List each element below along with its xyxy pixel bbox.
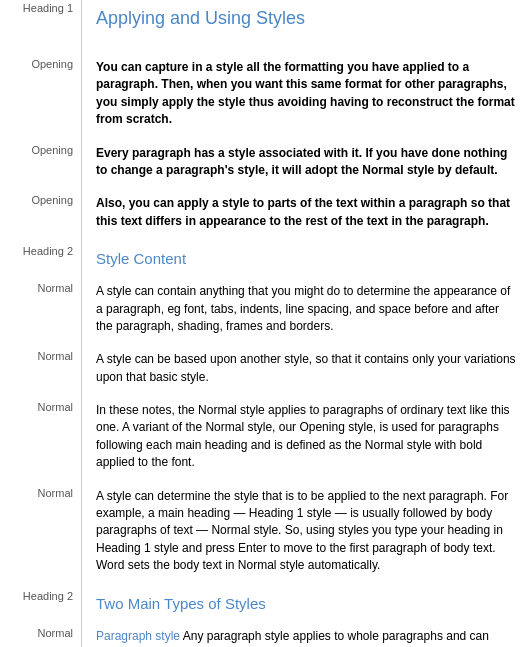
link-9[interactable]: Paragraph style <box>96 629 180 643</box>
sidebar-label-3: Heading 2 <box>0 242 82 279</box>
sidebar-label-4: Normal <box>0 279 82 347</box>
paragraph-link-9: Paragraph style Any paragraph style appl… <box>96 628 516 647</box>
paragraph-bold-0: You can capture in a style all the forma… <box>96 59 516 129</box>
sidebar-label-8: Heading 2 <box>0 587 82 624</box>
paragraph-bold-2: Also, you can apply a style to parts of … <box>96 195 516 230</box>
content-block-0: You can capture in a style all the forma… <box>82 55 528 141</box>
section-heading-3: Style Content <box>96 250 516 267</box>
page-container: Heading 1Applying and Using StylesOpenin… <box>0 0 528 647</box>
paragraph-normal-5: A style can be based upon another style,… <box>96 351 516 386</box>
content-block-2: Also, you can apply a style to parts of … <box>82 191 528 242</box>
sidebar-label-5: Normal <box>0 347 82 398</box>
content-block-1: Every paragraph has a style associated w… <box>82 141 528 192</box>
sidebar-label-0: Opening <box>0 55 82 141</box>
paragraph-normal-7: A style can determine the style that is … <box>96 488 516 575</box>
content-block-5: A style can be based upon another style,… <box>82 347 528 398</box>
section-heading-8: Two Main Types of Styles <box>96 595 516 612</box>
content-block-7: A style can determine the style that is … <box>82 484 528 587</box>
paragraph-bold-1: Every paragraph has a style associated w… <box>96 145 516 180</box>
sidebar-label-1: Opening <box>0 141 82 192</box>
content-block-3: Style Content <box>82 242 528 279</box>
paragraph-normal-4: A style can contain anything that you mi… <box>96 283 516 335</box>
content-block-6: In these notes, the Normal style applies… <box>82 398 528 484</box>
sidebar-label-2: Opening <box>0 191 82 242</box>
content-block-8: Two Main Types of Styles <box>82 587 528 624</box>
sidebar-label-6: Normal <box>0 398 82 484</box>
sidebar-label-heading1: Heading 1 <box>0 0 82 55</box>
paragraph-normal-6: In these notes, the Normal style applies… <box>96 402 516 472</box>
sidebar-label-9: Normal <box>0 624 82 647</box>
content-block-4: A style can contain anything that you mi… <box>82 279 528 347</box>
sidebar-label-7: Normal <box>0 484 82 587</box>
page-title: Applying and Using Styles <box>96 8 516 33</box>
content-block-9: Paragraph style Any paragraph style appl… <box>82 624 528 647</box>
